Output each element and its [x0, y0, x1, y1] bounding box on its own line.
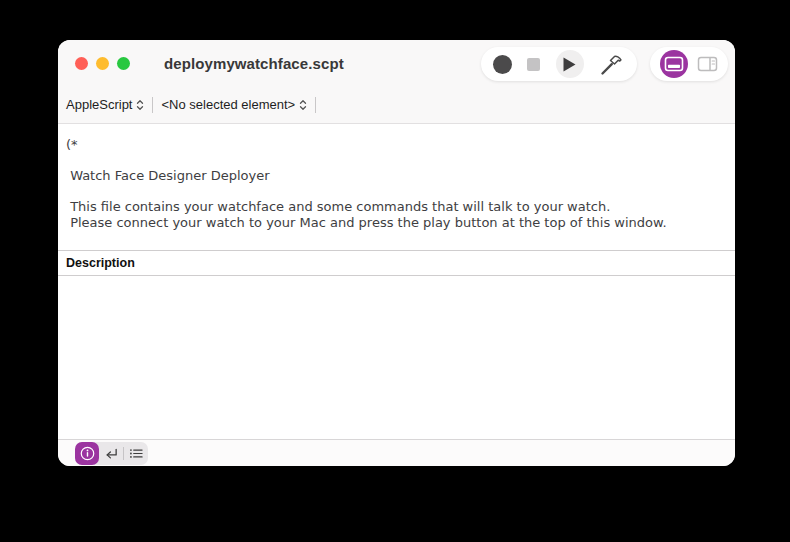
compile-button[interactable]: [599, 51, 625, 77]
code-line: Watch Face Designer Deployer: [66, 168, 729, 184]
description-pane-header: Description: [58, 250, 735, 276]
code-line: (*: [66, 137, 729, 153]
script-text-area[interactable]: (* Watch Face Designer Deployer This fil…: [58, 124, 735, 250]
traffic-lights: [75, 57, 130, 70]
script-editor-window: deploymywatchface.scpt: [58, 40, 735, 466]
chevron-up-down-icon: [299, 99, 307, 111]
navigation-bar: AppleScript <No selected element>: [58, 86, 735, 123]
run-button[interactable]: [556, 50, 584, 78]
return-arrow-icon: [104, 447, 119, 460]
event-log-tab-button[interactable]: [124, 442, 148, 465]
accessory-view-bar: [58, 439, 735, 466]
toolbar-run-group: [481, 47, 637, 81]
record-button[interactable]: [493, 55, 512, 74]
code-line: [66, 153, 729, 169]
element-popup[interactable]: <No selected element>: [161, 97, 307, 112]
event-log-list-icon: [129, 447, 144, 460]
code-line: [66, 184, 729, 200]
navbar-divider: [315, 97, 316, 113]
stop-icon: [527, 58, 540, 71]
bottom-panel-icon: [664, 56, 684, 72]
sidebar-toggle-button[interactable]: [697, 56, 718, 72]
zoom-button[interactable]: [117, 57, 130, 70]
close-button[interactable]: [75, 57, 88, 70]
toolbar-view-group: [650, 47, 728, 81]
window-chrome: deploymywatchface.scpt: [58, 40, 735, 124]
result-tab-button[interactable]: [99, 442, 123, 465]
language-popup[interactable]: AppleScript: [66, 97, 144, 112]
window-title: deploymywatchface.scpt: [164, 55, 344, 72]
code-line: Please connect your watch to your Mac an…: [66, 215, 729, 231]
element-popup-label: <No selected element>: [161, 97, 295, 112]
stop-button[interactable]: [527, 58, 540, 71]
accessory-view-button[interactable]: [660, 50, 688, 78]
description-pane-title: Description: [66, 256, 135, 270]
info-circle-icon: [79, 445, 96, 462]
description-tab-button[interactable]: [75, 442, 99, 465]
language-popup-label: AppleScript: [66, 97, 132, 112]
navbar-divider: [152, 97, 153, 113]
code-line: This file contains your watchface and so…: [66, 199, 729, 215]
play-icon: [563, 57, 576, 72]
accessory-segmented-control: [75, 442, 148, 465]
sidebar-right-icon: [697, 56, 718, 72]
minimize-button[interactable]: [96, 57, 109, 70]
chevron-up-down-icon: [136, 99, 144, 111]
description-content-area[interactable]: [58, 276, 735, 439]
record-icon: [493, 55, 512, 74]
hammer-icon: [599, 51, 625, 77]
